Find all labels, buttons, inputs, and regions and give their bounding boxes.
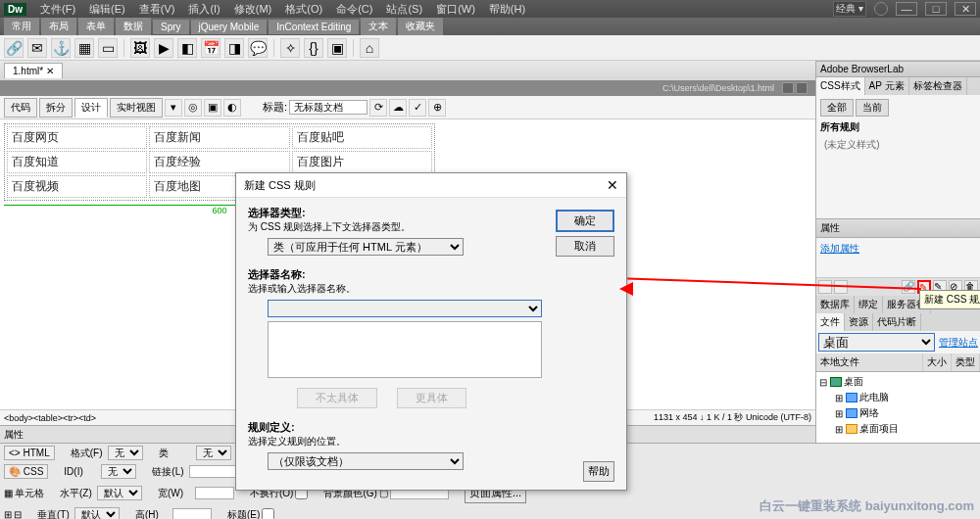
insert-anchor-icon[interactable]: ⚓ [51, 38, 71, 58]
file-tree[interactable]: ⊟桌面 ⊞此电脑 ⊞网络 ⊞桌面项目 [816, 372, 980, 450]
search-icon[interactable] [874, 2, 888, 16]
vert-select[interactable]: 默认 [74, 507, 120, 519]
table-cell[interactable]: 百度图片 [292, 151, 432, 173]
tab-tag-inspector[interactable]: 标签检查器 [909, 77, 967, 95]
menu-help[interactable]: 帮助(H) [483, 1, 531, 18]
insert-date-icon[interactable]: 📅 [201, 38, 220, 58]
view-options-icon[interactable]: ▾ [165, 99, 182, 117]
format-select[interactable]: 无 [108, 446, 143, 460]
path-icon[interactable] [782, 82, 794, 94]
menu-view[interactable]: 查看(V) [133, 1, 181, 18]
ok-button[interactable]: 确定 [556, 210, 614, 232]
tab-layout[interactable]: 布局 [41, 18, 76, 35]
insert-script-icon[interactable]: {} [304, 38, 323, 58]
merge-icon[interactable]: ⊞ [4, 509, 12, 519]
menu-window[interactable]: 窗口(W) [430, 1, 481, 18]
tree-row-network[interactable]: ⊞网络 [818, 405, 978, 421]
menu-modify[interactable]: 修改(M) [228, 1, 278, 18]
css-current-button[interactable]: 当前 [856, 99, 889, 117]
insert-head-icon[interactable]: ⟡ [280, 38, 300, 58]
insert-widget-icon[interactable]: ◧ [177, 38, 197, 58]
insert-div-icon[interactable]: ▭ [98, 38, 118, 58]
table-cell[interactable]: 百度贴吧 [292, 126, 432, 149]
tab-text[interactable]: 文本 [361, 18, 396, 35]
tab-bindings[interactable]: 绑定 [855, 296, 883, 313]
manage-sites-link[interactable]: 管理站点 [939, 336, 978, 350]
window-maximize-button[interactable]: □ [925, 2, 947, 16]
css-all-button[interactable]: 全部 [820, 99, 854, 117]
cell-icon[interactable]: ▦ [4, 488, 13, 498]
table-cell[interactable]: 百度经验 [149, 151, 289, 173]
window-minimize-button[interactable]: — [896, 2, 917, 16]
window-close-button[interactable]: ✕ [955, 2, 976, 16]
site-select[interactable]: 桌面 [818, 333, 935, 352]
table-row[interactable]: 百度知道 百度经验 百度图片 [7, 151, 432, 173]
multiscreen-icon[interactable]: ▣ [204, 99, 221, 117]
class-select[interactable]: 无 [196, 446, 231, 460]
panel-browserlab[interactable]: Adobe BrowserLab [816, 61, 980, 77]
table-cell[interactable]: 百度视频 [7, 175, 147, 198]
tree-row-computer[interactable]: ⊞此电脑 [818, 390, 978, 405]
insert-email-icon[interactable]: ✉ [27, 38, 47, 58]
tree-row-desktop[interactable]: ⊟桌面 [818, 374, 978, 390]
add-property-link[interactable]: 添加属性 [820, 243, 859, 254]
col-size[interactable]: 大小 [923, 354, 952, 371]
insert-image-icon[interactable]: 🖼 [130, 38, 150, 58]
preview-icon[interactable]: ☁ [389, 99, 407, 117]
expand-icon[interactable]: ⊞ [834, 424, 844, 435]
tab-data[interactable]: 数据 [116, 18, 151, 35]
header-checkbox[interactable] [262, 508, 274, 519]
col-type[interactable]: 类型 [952, 354, 980, 371]
attach-css-icon[interactable] [818, 280, 832, 294]
doc-tab-1html[interactable]: 1.html* ✕ [4, 63, 63, 78]
insert-media-icon[interactable]: ▶ [154, 38, 173, 58]
expand-icon[interactable]: ⊞ [834, 393, 844, 403]
browse-icon[interactable]: ◐ [223, 99, 241, 117]
insert-hyperlink-icon[interactable]: 🔗 [4, 38, 24, 58]
collapse-icon[interactable]: ⊟ [818, 377, 828, 388]
insert-comment-icon[interactable]: 💬 [248, 38, 268, 58]
tab-forms[interactable]: 表单 [78, 18, 114, 35]
insert-tag-icon[interactable]: ⌂ [360, 38, 379, 58]
horz-select[interactable]: 默认 [97, 486, 142, 500]
menu-file[interactable]: 文件(F) [34, 1, 81, 18]
rule-def-select[interactable]: （仅限该文档） [268, 452, 464, 470]
selector-type-select[interactable]: 类（可应用于任何 HTML 元素） [268, 238, 464, 256]
title-input[interactable] [289, 100, 368, 115]
selector-name-combo[interactable] [268, 300, 542, 317]
table-cell[interactable]: 百度知道 [7, 151, 147, 173]
insert-templates-icon[interactable]: ▣ [327, 38, 347, 58]
table-cell[interactable]: 百度网页 [7, 126, 147, 149]
view-split-button[interactable]: 拆分 [39, 98, 73, 118]
insert-ssi-icon[interactable]: ◨ [224, 38, 244, 58]
view-live-button[interactable]: 实时视图 [110, 98, 163, 118]
tab-common[interactable]: 常用 [4, 18, 39, 35]
html-mode-button[interactable]: <> HTML [4, 446, 55, 460]
properties-header[interactable]: 属性 [816, 218, 980, 238]
close-icon[interactable]: ✕ [607, 177, 618, 193]
expand-icon[interactable]: ⊞ [834, 408, 844, 419]
height-input[interactable] [172, 508, 212, 519]
validate-icon[interactable]: ✓ [409, 99, 426, 117]
tab-favorites[interactable]: 收藏夹 [398, 18, 443, 35]
view-design-button[interactable]: 设计 [74, 98, 108, 118]
menu-edit[interactable]: 编辑(E) [83, 1, 131, 18]
path-icon[interactable] [796, 82, 808, 94]
help-button[interactable]: 帮助 [583, 461, 614, 482]
cancel-button[interactable]: 取消 [556, 236, 614, 257]
css-mode-button[interactable]: 🎨 CSS [4, 464, 48, 479]
close-icon[interactable]: ✕ [46, 66, 54, 76]
tab-css-styles[interactable]: CSS样式 [816, 77, 865, 95]
inspect-icon[interactable]: ◎ [184, 99, 202, 117]
view-code-button[interactable]: 代码 [4, 98, 37, 118]
table-cell[interactable]: 百度新闻 [149, 126, 289, 149]
tab-incontext[interactable]: InContext Editing [269, 20, 359, 34]
tab-files[interactable]: 文件 [816, 313, 845, 331]
col-local-files[interactable]: 本地文件 [816, 354, 923, 371]
table-row[interactable]: 百度网页 百度新闻 百度贴吧 [7, 126, 432, 149]
id-select[interactable]: 无 [101, 464, 136, 479]
insert-table-icon[interactable]: ▦ [74, 38, 94, 58]
tag-breadcrumb[interactable]: <body><table><tr><td> [4, 413, 96, 423]
tab-ap-elements[interactable]: AP 元素 [865, 77, 909, 95]
tab-assets[interactable]: 资源 [845, 313, 873, 331]
